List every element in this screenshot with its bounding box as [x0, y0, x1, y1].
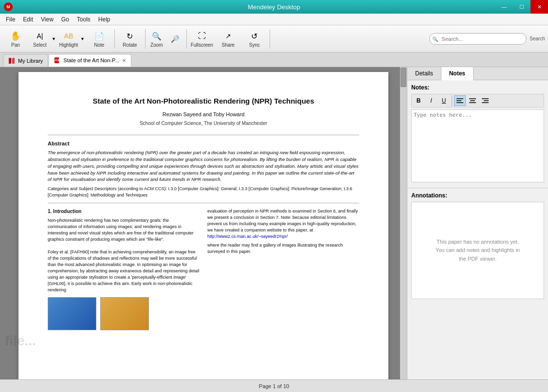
svg-rect-11: [484, 100, 489, 101]
window-controls: — ☐ ✕: [495, 0, 548, 14]
tab-library-label: My Library: [18, 58, 43, 64]
tab-document-label: State of the Art Non-P...: [63, 57, 119, 63]
zoom-out-icon: 🔍: [150, 30, 164, 42]
menu-help[interactable]: Help: [94, 15, 114, 24]
tab-notes[interactable]: Notes: [441, 67, 474, 80]
svg-rect-10: [482, 98, 489, 99]
align-center-icon: [469, 98, 476, 104]
share-button[interactable]: ↗ Share: [216, 28, 241, 50]
select-dropdown-arrow[interactable]: ▼: [51, 28, 57, 50]
zoom-in-icon: 🔎: [168, 33, 182, 45]
menu-view[interactable]: View: [37, 15, 57, 24]
highlight-dropdown-arrow[interactable]: ▼: [79, 28, 86, 50]
zoom-out-button[interactable]: 🔍 Zoom: [148, 28, 165, 50]
align-right-icon: [482, 98, 489, 104]
svg-rect-5: [457, 100, 461, 101]
svg-rect-6: [457, 102, 463, 103]
note-button[interactable]: 📄 Note: [87, 28, 112, 50]
pdf-intro-col1: Non-photorealistic rendering has two com…: [48, 217, 200, 294]
pdf-viewer[interactable]: State of the Art Non-Photorealistic Rend…: [0, 67, 407, 379]
tab-document[interactable]: PDF State of the Art Non-P... ✕: [48, 54, 131, 67]
rotate-button[interactable]: ↻ Rotate: [117, 28, 143, 50]
notes-editor[interactable]: [411, 109, 544, 182]
svg-rect-0: [9, 58, 11, 64]
right-panel: Details Notes Notes: B I U: [407, 67, 548, 379]
pdf-link[interactable]: http://www2.cs.man.ac.uk/~sayeedr2/npr/: [207, 234, 288, 239]
underline-button[interactable]: U: [438, 95, 450, 106]
sync-button[interactable]: ↺ Sync: [242, 28, 267, 50]
pdf-intro-col2-text1: evaluation of perception in NPR methods …: [207, 208, 359, 233]
pan-button[interactable]: ✋ Pan: [3, 28, 28, 50]
notes-label: Notes:: [411, 84, 544, 91]
zoom-in-button[interactable]: 🔎: [166, 28, 184, 50]
svg-rect-9: [469, 102, 476, 103]
toolbar-sep-4: [270, 29, 270, 49]
pdf-abstract-title: Abstract: [48, 140, 359, 147]
annotations-box: This paper has no annotations yet. You c…: [411, 202, 544, 299]
app-logo: M: [4, 2, 13, 11]
svg-rect-4: [457, 98, 463, 99]
pdf-col-right: evaluation of perception in NPR methods …: [207, 208, 359, 330]
notes-toolbar: B I U: [411, 94, 544, 107]
pan-icon: ✋: [9, 30, 22, 42]
bold-button[interactable]: B: [413, 95, 424, 106]
pdf-authors: Rezwan Sayeed and Toby Howard: [48, 111, 359, 118]
svg-rect-12: [482, 102, 489, 103]
tab-close-button[interactable]: ✕: [122, 58, 126, 63]
app-title: Mendeley Desktop: [248, 3, 300, 11]
align-right-button[interactable]: [479, 95, 491, 106]
pdf-scroll-thumb[interactable]: [401, 68, 406, 87]
pdf-icon: PDF: [54, 57, 60, 64]
pdf-intro-col2-text2: where the reader may find a gallery of i…: [207, 242, 359, 255]
pdf-abstract: The emergence of non-photorealistic rend…: [48, 149, 359, 183]
tab-details[interactable]: Details: [407, 67, 441, 80]
highlight-icon: AB: [62, 30, 75, 42]
toolbar: ✋ Pan A| Select ▼ AB Highlight ▼ 📄 Note …: [0, 25, 548, 53]
search-wrapper: [429, 33, 527, 45]
maximize-button[interactable]: ☐: [513, 0, 530, 14]
highlight-label: Highlight: [59, 42, 78, 48]
zoom-label: Zoom: [150, 42, 163, 48]
select-icon: A|: [33, 30, 47, 42]
pdf-page: State of the Art Non-Photorealistic Rend…: [18, 72, 388, 379]
minimize-button[interactable]: —: [495, 0, 513, 14]
menu-go[interactable]: Go: [57, 15, 73, 24]
rotate-label: Rotate: [123, 42, 137, 48]
rotate-icon: ↻: [123, 30, 137, 42]
select-group: A| Select ▼: [29, 28, 57, 50]
tab-library[interactable]: My Library: [3, 54, 48, 67]
share-icon: ↗: [221, 30, 235, 42]
search-area: Search: [429, 33, 545, 45]
italic-button[interactable]: I: [425, 95, 437, 106]
pan-label: Pan: [11, 42, 20, 48]
align-left-icon: [457, 98, 463, 104]
status-bar: Page 1 of 10: [0, 379, 548, 392]
share-label: Share: [222, 42, 235, 48]
pdf-categories: Categories and Subject Descriptors (acco…: [48, 186, 359, 198]
menu-tools[interactable]: Tools: [73, 15, 94, 24]
annotations-label: Annotations:: [411, 192, 544, 199]
pdf-scrollbar[interactable]: [400, 67, 407, 379]
svg-rect-8: [470, 100, 475, 101]
notes-toolbar-sep: [452, 95, 452, 106]
menu-edit[interactable]: Edit: [19, 15, 37, 24]
pdf-divider-2: [48, 203, 359, 203]
svg-rect-1: [12, 58, 15, 64]
menu-file[interactable]: File: [2, 15, 19, 24]
search-input[interactable]: [429, 33, 527, 45]
page-indicator: Page 1 of 10: [259, 383, 289, 389]
align-center-button[interactable]: [467, 95, 478, 106]
pdf-images: [48, 297, 200, 330]
pdf-title: State of the Art Non-Photorealistic Rend…: [48, 96, 359, 106]
highlight-button[interactable]: AB Highlight: [58, 28, 79, 50]
fullscreen-button[interactable]: ⛶ Fullscreen: [189, 28, 215, 50]
pdf-divider-1: [48, 135, 359, 135]
select-button[interactable]: A| Select: [29, 28, 51, 50]
main-area: State of the Art Non-Photorealistic Rend…: [0, 67, 548, 379]
no-annotations-text-1: This paper has no annotations yet.: [437, 238, 519, 247]
tab-bar: My Library PDF State of the Art Non-P...…: [0, 53, 548, 67]
pdf-image-1: [48, 297, 96, 330]
align-left-button[interactable]: [454, 95, 466, 106]
highlight-group: AB Highlight ▼: [58, 28, 86, 50]
close-button[interactable]: ✕: [530, 0, 548, 14]
